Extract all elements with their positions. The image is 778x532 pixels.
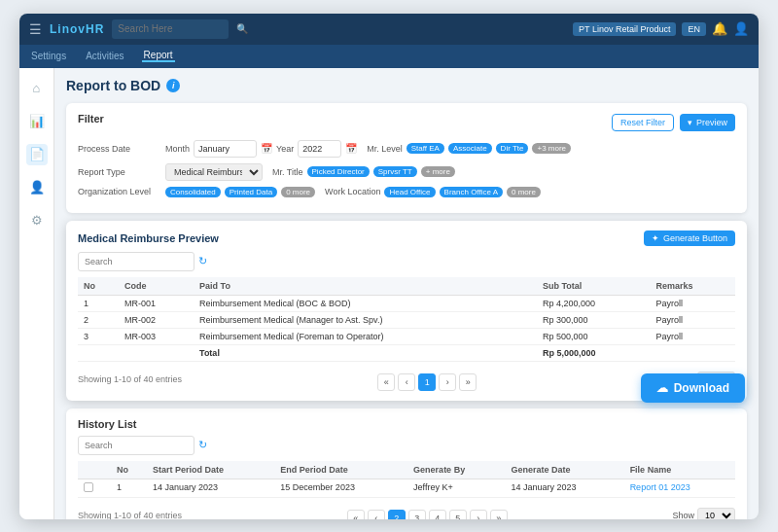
refresh-icon[interactable]: ↻ — [198, 255, 207, 267]
cell-sub-total: Rp 300,000 — [537, 311, 650, 328]
hist-last-page[interactable]: » — [490, 510, 508, 519]
cell-code: MR-002 — [119, 311, 194, 328]
hist-next-page[interactable]: › — [470, 510, 487, 519]
showing-text: Showing 1-10 of 40 entries — [78, 374, 182, 384]
calendar-icon-year[interactable]: 📅 — [345, 143, 357, 154]
filter-header: Filter Reset Filter ▾ Preview — [78, 113, 735, 132]
total-empty3 — [650, 344, 735, 361]
work-x-more: 0 more — [507, 187, 541, 197]
cell-code: MR-003 — [119, 328, 194, 344]
report-type-label: Report Type — [78, 167, 156, 177]
avatar-icon[interactable]: 👤 — [733, 21, 749, 36]
filter-row-process-date: Process Date Month 📅 Year 📅 Mr. Level St… — [78, 140, 735, 158]
search-input[interactable] — [112, 19, 229, 39]
download-cloud-icon: ☁ — [656, 381, 668, 395]
history-showing-text: Showing 1-10 of 40 entries — [78, 511, 182, 519]
col-no: No — [111, 461, 147, 479]
pagination: « ‹ 1 › » — [377, 373, 477, 391]
history-checkbox[interactable] — [84, 482, 93, 492]
cell-paid-to: Reimbursement Medical (BOC & BOD) — [194, 295, 537, 311]
hist-page-1[interactable]: 2 — [388, 510, 406, 519]
first-page-btn[interactable]: « — [377, 373, 395, 391]
history-checkbox-cell — [78, 479, 111, 497]
total-label: Total — [194, 344, 537, 361]
next-page-btn[interactable]: › — [439, 373, 456, 391]
consolidated-badge: Consolidated — [165, 187, 221, 197]
prev-page-btn[interactable]: ‹ — [398, 373, 415, 391]
col-paid-to: Paid To — [194, 277, 537, 296]
associate-badge: Associate — [448, 143, 492, 154]
preview-button[interactable]: ▾ Preview — [680, 114, 735, 131]
table-row: 3 MR-003 Reimbursement Medical (Foreman … — [78, 328, 735, 344]
generate-button[interactable]: ✦ Generate Button — [644, 231, 735, 246]
subnav-report[interactable]: Report — [142, 50, 175, 62]
cell-code: MR-001 — [119, 295, 194, 311]
left-sidebar: ⌂ 📊 📄 👤 ⚙ — [19, 68, 54, 519]
history-search-input[interactable] — [78, 436, 194, 455]
calendar-icon-month[interactable]: 📅 — [261, 143, 272, 154]
lang-tag: EN — [682, 22, 706, 36]
last-page-btn[interactable]: » — [459, 373, 477, 391]
subnav-activities[interactable]: Activities — [84, 51, 125, 61]
hist-first-page[interactable]: « — [347, 510, 365, 519]
filter-card: Filter Reset Filter ▾ Preview Process Da… — [66, 103, 747, 213]
filter-icon: ▾ — [688, 118, 692, 127]
report-type-select[interactable]: Medical Reimburse — [165, 163, 263, 181]
download-button[interactable]: ☁ Download — [641, 373, 745, 403]
hamburger-icon[interactable]: ☰ — [29, 21, 42, 37]
page-1-btn[interactable]: 1 — [418, 373, 436, 391]
history-end: 15 December 2023 — [274, 479, 407, 497]
x3-more-badge: +3 more — [532, 143, 571, 154]
month-input[interactable] — [194, 140, 257, 158]
hist-page-3[interactable]: 4 — [429, 510, 446, 519]
navbar-right: PT Linov Retail Product EN 🔔 👤 — [573, 21, 749, 36]
hist-page-4[interactable]: 5 — [449, 510, 467, 519]
sidebar-settings-icon[interactable]: ⚙ — [26, 210, 48, 231]
col-sub-total: Sub Total — [537, 277, 650, 296]
preview-title: Medical Reimburse Preview — [78, 232, 219, 244]
printed-data-badge: Printed Data — [225, 187, 277, 197]
org-x-more: 0 more — [281, 187, 315, 197]
hist-prev-page[interactable]: ‹ — [368, 510, 385, 519]
col-no: No — [78, 277, 119, 296]
filter-row-org: Organization Level Consolidated Printed … — [78, 187, 735, 197]
preview-table: No Code Paid To Sub Total Remarks 1 MR-0… — [78, 277, 735, 362]
history-refresh-icon[interactable]: ↻ — [198, 439, 207, 451]
table-total-row: Total Rp 5,000,000 — [78, 344, 735, 361]
sidebar-person-icon[interactable]: 👤 — [26, 177, 48, 198]
work-location-label: Work Location — [325, 187, 380, 196]
col-start-period: Start Period Date — [147, 461, 274, 479]
sidebar-report-icon[interactable]: 📄 — [26, 144, 48, 165]
sidebar-home-icon[interactable]: ⌂ — [26, 78, 48, 99]
filter-row-report-type: Report Type Medical Reimburse Mr. Title … — [78, 163, 735, 181]
col-generate-by: Generate By — [407, 461, 505, 479]
filter-control-report-type: Medical Reimburse Mr. Title Picked Direc… — [165, 163, 455, 181]
history-file-link[interactable]: Report 01 2023 — [630, 482, 690, 492]
history-per-page-select[interactable]: 10 25 50 — [697, 508, 735, 519]
history-show-label: Show — [672, 511, 694, 519]
cell-remarks: Payroll — [650, 328, 735, 344]
subnav-settings[interactable]: Settings — [29, 51, 68, 61]
cell-remarks: Payroll — [650, 311, 735, 328]
dir-tte-badge: Dir Tte — [496, 143, 529, 154]
download-label: Download — [674, 381, 729, 395]
history-pagination: « ‹ 2 3 4 5 › » — [347, 510, 508, 519]
cell-remarks: Payroll — [650, 295, 735, 311]
reset-filter-button[interactable]: Reset Filter — [612, 114, 674, 131]
month-label: Month — [165, 144, 190, 154]
generate-icon: ✦ — [652, 233, 659, 243]
preview-search-input[interactable] — [78, 252, 194, 271]
pagination-row: Showing 1-10 of 40 entries « ‹ 1 › » Sho… — [78, 368, 735, 391]
main-content: Report to BOD i Filter Reset Filter ▾ Pr… — [54, 68, 759, 519]
sidebar-chart-icon[interactable]: 📊 — [26, 111, 48, 132]
cell-paid-to: Reimbursement Medical (Foreman to Operat… — [194, 328, 537, 344]
hist-page-2[interactable]: 3 — [408, 510, 426, 519]
cell-sub-total: Rp 500,000 — [537, 328, 650, 344]
year-input[interactable] — [298, 140, 341, 158]
table-header-row: No Code Paid To Sub Total Remarks — [78, 277, 735, 296]
bell-icon[interactable]: 🔔 — [712, 21, 727, 36]
search-bar: ↻ — [78, 252, 735, 271]
history-gen-by: Jeffrey K+ — [407, 479, 505, 497]
preview-header: Medical Reimburse Preview ✦ Generate But… — [78, 231, 735, 246]
info-icon: i — [166, 79, 180, 92]
